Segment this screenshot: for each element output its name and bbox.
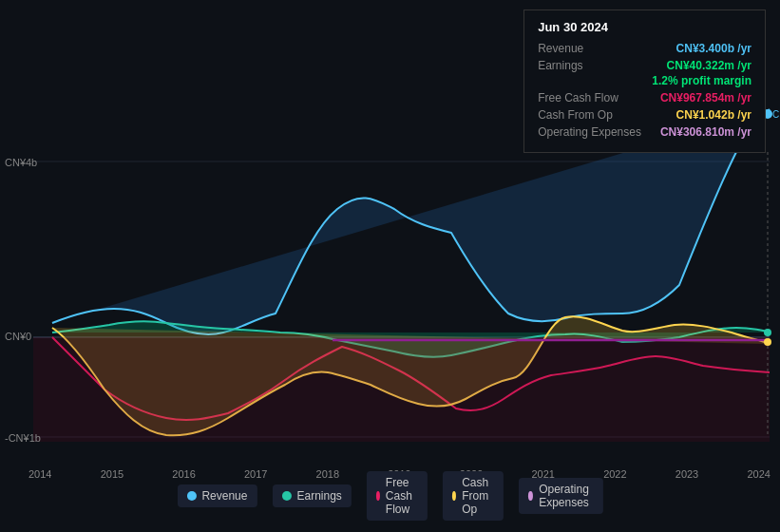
legend-dot-fcf: [376, 491, 380, 501]
data-tooltip: Jun 30 2024 Revenue CN¥3.400b /yr Earnin…: [523, 10, 766, 153]
legend-label-cashfromop: Cash From Op: [462, 476, 494, 516]
legend-item-revenue[interactable]: Revenue: [177, 484, 257, 507]
legend-item-earnings[interactable]: Earnings: [272, 484, 351, 507]
tooltip-fcf-label: Free Cash Flow: [538, 91, 618, 104]
legend-label-revenue: Revenue: [201, 489, 247, 503]
tooltip-earnings-label: Earnings: [538, 59, 582, 72]
legend-dot-cashfromop: [452, 491, 456, 501]
svg-point-8: [764, 329, 771, 336]
tooltip-fcf-value: CN¥967.854m /yr: [660, 91, 751, 104]
tooltip-cashfromop-label: Cash From Op: [538, 108, 613, 122]
tooltip-profit-margin-value: 1.2% profit margin: [652, 74, 751, 87]
tooltip-opex-row: Operating Expenses CN¥306.810m /yr: [538, 125, 751, 139]
legend-label-fcf: Free Cash Flow: [386, 476, 418, 516]
tooltip-cashfromop-value: CN¥1.042b /yr: [676, 108, 751, 122]
tooltip-earnings-row: Earnings CN¥40.322m /yr: [538, 59, 751, 72]
tooltip-cashfromop-row: Cash From Op CN¥1.042b /yr: [538, 108, 751, 122]
chart-container: C CN¥4b CN¥0 -CN¥1b 2014 2015 2016 2017 …: [0, 0, 780, 532]
legend-dot-revenue: [186, 491, 196, 501]
legend-label-opex: Operating Expenses: [539, 483, 593, 509]
legend-dot-earnings: [281, 491, 291, 501]
legend-label-earnings: Earnings: [296, 489, 341, 503]
tooltip-opex-value: CN¥306.810m /yr: [660, 125, 751, 139]
svg-text:C: C: [772, 109, 779, 120]
chart-legend: Revenue Earnings Free Cash Flow Cash Fro…: [177, 471, 602, 521]
y-label-bottom: -CN¥1b: [5, 432, 41, 444]
legend-item-opex[interactable]: Operating Expenses: [519, 478, 603, 514]
legend-dot-opex: [528, 491, 533, 501]
tooltip-revenue-value: CN¥3.400b /yr: [676, 42, 751, 55]
tooltip-revenue-label: Revenue: [538, 42, 583, 55]
tooltip-earnings-value: CN¥40.322m /yr: [667, 59, 751, 72]
tooltip-fcf-row: Free Cash Flow CN¥967.854m /yr: [538, 91, 751, 104]
legend-item-cashfromop[interactable]: Cash From Op: [443, 471, 504, 521]
legend-item-fcf[interactable]: Free Cash Flow: [367, 471, 428, 521]
y-label-middle: CN¥0: [5, 331, 31, 342]
svg-point-9: [764, 338, 771, 346]
tooltip-opex-label: Operating Expenses: [538, 125, 641, 139]
y-label-top: CN¥4b: [5, 157, 37, 168]
tooltip-date: Jun 30 2024: [538, 20, 751, 34]
tooltip-profit-margin-row: 1.2% profit margin: [538, 74, 751, 87]
tooltip-revenue-row: Revenue CN¥3.400b /yr: [538, 42, 751, 55]
